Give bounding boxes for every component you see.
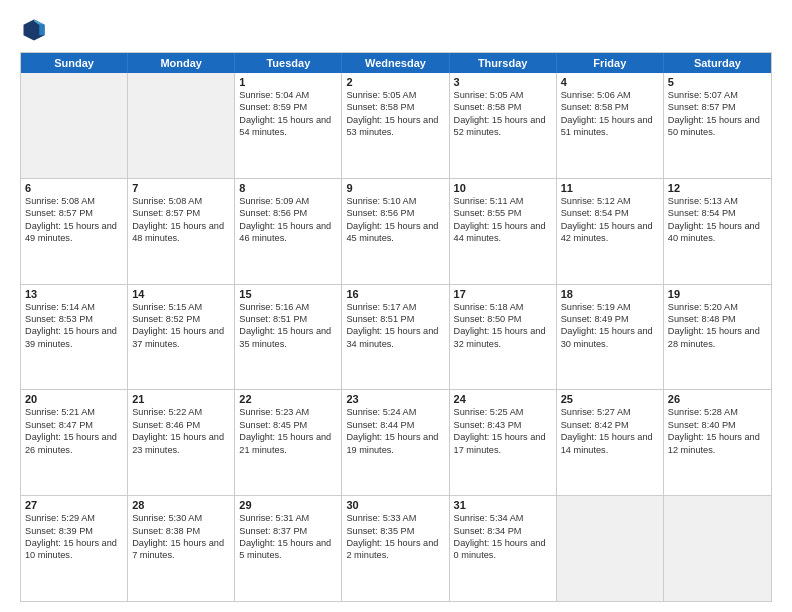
sunrise-text: Sunrise: 5:08 AM: [25, 195, 123, 207]
daylight-text: Daylight: 15 hours and 21 minutes.: [239, 431, 337, 456]
day-number: 24: [454, 393, 552, 405]
sunset-text: Sunset: 8:43 PM: [454, 419, 552, 431]
calendar-day-15: 15Sunrise: 5:16 AMSunset: 8:51 PMDayligh…: [235, 285, 342, 390]
sunset-text: Sunset: 8:51 PM: [239, 313, 337, 325]
daylight-text: Daylight: 15 hours and 23 minutes.: [132, 431, 230, 456]
daylight-text: Daylight: 15 hours and 39 minutes.: [25, 325, 123, 350]
sunrise-text: Sunrise: 5:20 AM: [668, 301, 767, 313]
day-number: 22: [239, 393, 337, 405]
day-number: 26: [668, 393, 767, 405]
calendar-day-27: 27Sunrise: 5:29 AMSunset: 8:39 PMDayligh…: [21, 496, 128, 601]
sunrise-text: Sunrise: 5:10 AM: [346, 195, 444, 207]
daylight-text: Daylight: 15 hours and 46 minutes.: [239, 220, 337, 245]
calendar-day-13: 13Sunrise: 5:14 AMSunset: 8:53 PMDayligh…: [21, 285, 128, 390]
header-day-saturday: Saturday: [664, 53, 771, 73]
day-number: 1: [239, 76, 337, 88]
daylight-text: Daylight: 15 hours and 2 minutes.: [346, 537, 444, 562]
sunrise-text: Sunrise: 5:11 AM: [454, 195, 552, 207]
calendar-empty-cell: [128, 73, 235, 178]
daylight-text: Daylight: 15 hours and 49 minutes.: [25, 220, 123, 245]
sunrise-text: Sunrise: 5:04 AM: [239, 89, 337, 101]
day-number: 4: [561, 76, 659, 88]
day-number: 10: [454, 182, 552, 194]
sunset-text: Sunset: 8:48 PM: [668, 313, 767, 325]
day-number: 29: [239, 499, 337, 511]
day-number: 27: [25, 499, 123, 511]
day-number: 30: [346, 499, 444, 511]
sunset-text: Sunset: 8:37 PM: [239, 525, 337, 537]
sunset-text: Sunset: 8:50 PM: [454, 313, 552, 325]
sunset-text: Sunset: 8:34 PM: [454, 525, 552, 537]
calendar-body: 1Sunrise: 5:04 AMSunset: 8:59 PMDaylight…: [21, 73, 771, 601]
sunrise-text: Sunrise: 5:29 AM: [25, 512, 123, 524]
sunset-text: Sunset: 8:54 PM: [668, 207, 767, 219]
daylight-text: Daylight: 15 hours and 28 minutes.: [668, 325, 767, 350]
header-day-friday: Friday: [557, 53, 664, 73]
sunrise-text: Sunrise: 5:30 AM: [132, 512, 230, 524]
day-number: 3: [454, 76, 552, 88]
day-number: 28: [132, 499, 230, 511]
daylight-text: Daylight: 15 hours and 34 minutes.: [346, 325, 444, 350]
daylight-text: Daylight: 15 hours and 51 minutes.: [561, 114, 659, 139]
calendar-day-21: 21Sunrise: 5:22 AMSunset: 8:46 PMDayligh…: [128, 390, 235, 495]
day-number: 5: [668, 76, 767, 88]
daylight-text: Daylight: 15 hours and 32 minutes.: [454, 325, 552, 350]
header-day-sunday: Sunday: [21, 53, 128, 73]
calendar-day-2: 2Sunrise: 5:05 AMSunset: 8:58 PMDaylight…: [342, 73, 449, 178]
daylight-text: Daylight: 15 hours and 19 minutes.: [346, 431, 444, 456]
day-number: 12: [668, 182, 767, 194]
day-number: 21: [132, 393, 230, 405]
sunrise-text: Sunrise: 5:28 AM: [668, 406, 767, 418]
header-day-thursday: Thursday: [450, 53, 557, 73]
calendar-header: SundayMondayTuesdayWednesdayThursdayFrid…: [21, 53, 771, 73]
sunrise-text: Sunrise: 5:17 AM: [346, 301, 444, 313]
calendar-day-29: 29Sunrise: 5:31 AMSunset: 8:37 PMDayligh…: [235, 496, 342, 601]
day-number: 14: [132, 288, 230, 300]
daylight-text: Daylight: 15 hours and 44 minutes.: [454, 220, 552, 245]
sunrise-text: Sunrise: 5:15 AM: [132, 301, 230, 313]
sunset-text: Sunset: 8:56 PM: [239, 207, 337, 219]
calendar-day-26: 26Sunrise: 5:28 AMSunset: 8:40 PMDayligh…: [664, 390, 771, 495]
day-number: 19: [668, 288, 767, 300]
sunset-text: Sunset: 8:53 PM: [25, 313, 123, 325]
day-number: 18: [561, 288, 659, 300]
sunset-text: Sunset: 8:56 PM: [346, 207, 444, 219]
day-number: 13: [25, 288, 123, 300]
header-day-wednesday: Wednesday: [342, 53, 449, 73]
daylight-text: Daylight: 15 hours and 0 minutes.: [454, 537, 552, 562]
sunset-text: Sunset: 8:59 PM: [239, 101, 337, 113]
calendar-day-31: 31Sunrise: 5:34 AMSunset: 8:34 PMDayligh…: [450, 496, 557, 601]
calendar-day-5: 5Sunrise: 5:07 AMSunset: 8:57 PMDaylight…: [664, 73, 771, 178]
calendar-day-8: 8Sunrise: 5:09 AMSunset: 8:56 PMDaylight…: [235, 179, 342, 284]
sunset-text: Sunset: 8:42 PM: [561, 419, 659, 431]
day-number: 31: [454, 499, 552, 511]
calendar-day-12: 12Sunrise: 5:13 AMSunset: 8:54 PMDayligh…: [664, 179, 771, 284]
calendar-day-6: 6Sunrise: 5:08 AMSunset: 8:57 PMDaylight…: [21, 179, 128, 284]
sunset-text: Sunset: 8:38 PM: [132, 525, 230, 537]
daylight-text: Daylight: 15 hours and 54 minutes.: [239, 114, 337, 139]
calendar-day-3: 3Sunrise: 5:05 AMSunset: 8:58 PMDaylight…: [450, 73, 557, 178]
sunset-text: Sunset: 8:57 PM: [132, 207, 230, 219]
day-number: 16: [346, 288, 444, 300]
day-number: 6: [25, 182, 123, 194]
sunrise-text: Sunrise: 5:19 AM: [561, 301, 659, 313]
sunrise-text: Sunrise: 5:27 AM: [561, 406, 659, 418]
header-day-tuesday: Tuesday: [235, 53, 342, 73]
daylight-text: Daylight: 15 hours and 10 minutes.: [25, 537, 123, 562]
logo-icon: [20, 16, 48, 44]
sunrise-text: Sunrise: 5:05 AM: [346, 89, 444, 101]
calendar-day-28: 28Sunrise: 5:30 AMSunset: 8:38 PMDayligh…: [128, 496, 235, 601]
page: SundayMondayTuesdayWednesdayThursdayFrid…: [0, 0, 792, 612]
calendar-day-4: 4Sunrise: 5:06 AMSunset: 8:58 PMDaylight…: [557, 73, 664, 178]
calendar-week-4: 20Sunrise: 5:21 AMSunset: 8:47 PMDayligh…: [21, 390, 771, 496]
daylight-text: Daylight: 15 hours and 48 minutes.: [132, 220, 230, 245]
calendar-empty-cell: [21, 73, 128, 178]
header: [20, 16, 772, 44]
calendar-day-23: 23Sunrise: 5:24 AMSunset: 8:44 PMDayligh…: [342, 390, 449, 495]
calendar-day-9: 9Sunrise: 5:10 AMSunset: 8:56 PMDaylight…: [342, 179, 449, 284]
daylight-text: Daylight: 15 hours and 50 minutes.: [668, 114, 767, 139]
sunrise-text: Sunrise: 5:05 AM: [454, 89, 552, 101]
sunrise-text: Sunrise: 5:21 AM: [25, 406, 123, 418]
calendar-day-17: 17Sunrise: 5:18 AMSunset: 8:50 PMDayligh…: [450, 285, 557, 390]
calendar-week-3: 13Sunrise: 5:14 AMSunset: 8:53 PMDayligh…: [21, 285, 771, 391]
